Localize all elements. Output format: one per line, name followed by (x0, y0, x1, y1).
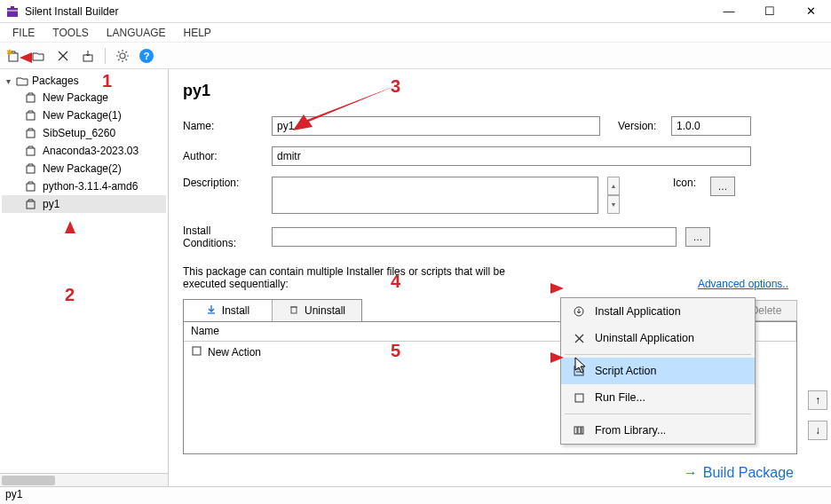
tab-uninstall[interactable]: Uninstall (273, 300, 361, 321)
svg-text:✱: ✱ (6, 49, 13, 57)
open-icon[interactable] (30, 48, 46, 64)
tab-label: Uninstall (305, 304, 345, 317)
grid-col-name: Name (184, 322, 587, 341)
window-controls: — ☐ ✕ (708, 0, 831, 23)
delete-toolbar-icon[interactable] (55, 48, 71, 64)
svg-line-15 (118, 59, 120, 60)
pkg-label: python-3.11.4-amd6 (43, 180, 138, 193)
tab-install[interactable]: Install (184, 300, 273, 321)
run-file-icon (572, 390, 586, 405)
tree-root-label: Packages (32, 75, 79, 87)
svg-rect-25 (291, 307, 297, 313)
author-label: Author: (183, 150, 263, 162)
menu-file[interactable]: FILE (5, 25, 42, 41)
svg-rect-31 (574, 366, 583, 375)
pkg-label: New Package(2) (43, 162, 122, 175)
spin-up[interactable]: ▲ (607, 177, 620, 195)
tree-item[interactable]: Anaconda3-2023.03 (2, 142, 166, 160)
sidebar: ▾ Packages New Package New Package(1) Si… (0, 69, 169, 486)
svg-rect-27 (193, 347, 201, 355)
svg-rect-20 (27, 148, 35, 155)
svg-point-8 (120, 53, 125, 59)
install-conditions-input[interactable] (272, 227, 677, 247)
icon-label: Icon: (673, 177, 701, 189)
install-app-icon (572, 304, 586, 319)
move-up-button[interactable]: ↑ (808, 390, 827, 410)
tree-item[interactable]: New Package(2) (2, 160, 166, 177)
tree-item[interactable]: New Package (2, 89, 166, 106)
package-icon (25, 91, 37, 104)
spin-down[interactable]: ▼ (607, 195, 620, 214)
pkg-label: New Package(1) (43, 109, 122, 122)
advanced-options-link[interactable]: Advanced options.. (698, 278, 788, 290)
svg-rect-1 (11, 6, 14, 8)
install-conditions-label: Install Conditions: (183, 224, 263, 249)
ctx-install-application[interactable]: Install Application (561, 298, 755, 325)
svg-rect-35 (574, 427, 577, 434)
status-text: py1 (5, 488, 22, 500)
tree-item-selected[interactable]: py1 (2, 195, 166, 213)
install-conditions-browse-button[interactable]: … (685, 227, 710, 247)
sidebar-hscroll[interactable] (0, 473, 168, 486)
download-icon (206, 304, 217, 318)
svg-rect-17 (27, 95, 35, 102)
window-title: Silent Install Builder (25, 5, 118, 18)
svg-line-16 (126, 51, 128, 53)
menu-tools[interactable]: TOOLS (45, 25, 95, 41)
library-icon (572, 423, 586, 437)
app-icon (5, 4, 20, 19)
install-tabs: Install Uninstall (183, 299, 362, 322)
author-input[interactable] (272, 146, 751, 166)
package-icon (25, 198, 37, 210)
tab-label: Install (222, 304, 249, 317)
import-icon[interactable] (80, 48, 96, 64)
tree-item[interactable]: New Package(1) (2, 106, 166, 124)
svg-rect-19 (27, 130, 35, 138)
package-icon (25, 109, 37, 122)
help-icon[interactable]: ? (139, 49, 154, 63)
svg-rect-36 (578, 427, 581, 434)
svg-line-14 (126, 59, 128, 60)
package-icon (25, 145, 37, 157)
svg-line-13 (118, 51, 120, 53)
ctx-from-library[interactable]: From Library... (561, 417, 755, 444)
pkg-label: SibSetup_6260 (43, 127, 115, 139)
description-input[interactable] (272, 177, 598, 214)
svg-rect-18 (27, 113, 35, 120)
ctx-run-file[interactable]: Run File... (561, 384, 755, 411)
icon-browse-button[interactable]: … (710, 177, 735, 196)
svg-rect-21 (27, 166, 35, 173)
add-context-menu: Install Application Uninstall Applicatio… (560, 297, 756, 445)
menu-language[interactable]: LANGUAGE (99, 25, 173, 41)
ctx-uninstall-application[interactable]: Uninstall Application (561, 325, 755, 351)
tree-item[interactable]: SibSetup_6260 (2, 124, 166, 142)
gear-icon[interactable] (115, 48, 131, 64)
maximize-button[interactable]: ☐ (749, 0, 790, 23)
ctx-label: Run File... (595, 391, 645, 404)
ctx-label: From Library... (595, 424, 666, 437)
build-package-link[interactable]: → Build Package (684, 465, 794, 481)
svg-rect-23 (27, 201, 35, 209)
close-button[interactable]: ✕ (790, 0, 831, 23)
titlebar: Silent Install Builder — ☐ ✕ (0, 0, 831, 23)
pkg-label: Anaconda3-2023.03 (43, 145, 138, 157)
minimize-button[interactable]: — (708, 0, 749, 23)
version-input[interactable] (671, 116, 751, 136)
pkg-label: New Package (43, 91, 108, 104)
collapse-icon[interactable]: ▾ (4, 76, 12, 86)
menu-help[interactable]: HELP (177, 25, 218, 41)
svg-rect-37 (582, 427, 583, 434)
name-input[interactable] (272, 116, 600, 136)
script-action-icon (572, 364, 586, 378)
hint-text: This package can contain multiple Instal… (183, 265, 538, 290)
move-down-button[interactable]: ↓ (808, 421, 827, 440)
tree-item[interactable]: python-3.11.4-amd6 (2, 177, 166, 195)
menubar: FILE TOOLS LANGUAGE HELP (0, 23, 831, 43)
new-package-icon[interactable]: ✱ (5, 48, 21, 64)
ctx-script-action[interactable]: Script Action (561, 358, 755, 384)
package-icon (25, 127, 37, 139)
ctx-label: Script Action (595, 365, 656, 377)
svg-rect-34 (575, 394, 583, 402)
tree-root-packages[interactable]: ▾ Packages (2, 73, 166, 89)
folder-icon (16, 75, 28, 87)
